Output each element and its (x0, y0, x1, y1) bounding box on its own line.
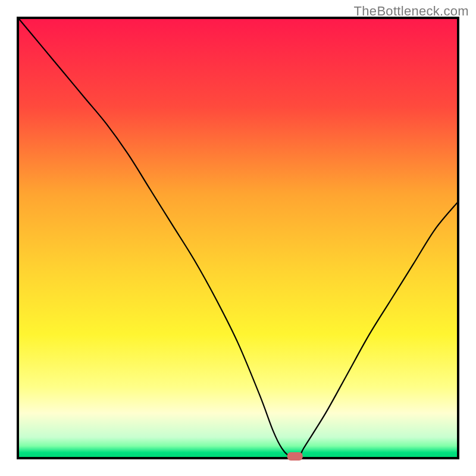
bottleneck-chart (0, 0, 476, 476)
watermark-text: TheBottleneck.com (354, 4, 469, 19)
minimum-marker (287, 452, 303, 461)
chart-container: TheBottleneck.com (0, 0, 476, 476)
plot-background (19, 19, 457, 457)
